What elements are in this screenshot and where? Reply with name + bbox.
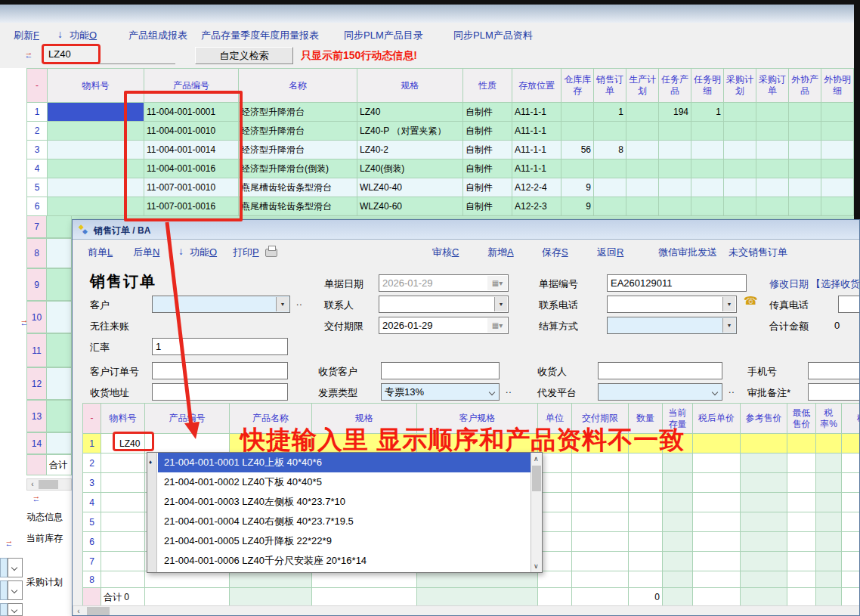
cell[interactable]: A12-2-3 <box>512 197 561 216</box>
table-row[interactable]: 1 11-004-001-0001经济型升降滑台 LZ40自制件 A11-1-1… <box>27 103 854 122</box>
cell[interactable]: A11-1-1 <box>512 103 561 122</box>
col-header[interactable]: 交付期限 <box>572 404 629 434</box>
contact-phone-combo[interactable]: ▼ <box>607 296 737 313</box>
edge-combo[interactable] <box>0 558 8 577</box>
cell[interactable]: A11-1-1 <box>512 159 561 178</box>
col-header[interactable]: 性质 <box>463 69 512 103</box>
browse-dots[interactable]: .. <box>729 385 735 395</box>
calendar-icon[interactable]: ▦▾ <box>487 318 507 333</box>
col-header[interactable]: 仓库库存 <box>561 69 594 103</box>
table-row[interactable]: 5 11-007-001-0010燕尾槽齿轮齿条型滑台 WLZ40-40自制件 … <box>27 178 854 197</box>
refresh-button[interactable]: 刷新F <box>14 29 39 42</box>
cell[interactable]: LZ40-P （对置夹紧） <box>357 122 463 141</box>
save-button[interactable]: 保存S <box>542 246 568 259</box>
printer-icon[interactable] <box>265 249 277 257</box>
scroll-down-icon[interactable]: ∨ <box>534 562 539 570</box>
dropdown-item[interactable]: 21-004-001-0004 LZ40右侧板 40*23.7*19.5 <box>158 512 531 531</box>
cell[interactable]: 11-007-001-0010 <box>144 178 239 197</box>
col-header[interactable]: 产品编号 <box>144 69 239 103</box>
swap-icon[interactable]: →← <box>30 494 42 502</box>
modify-date-link[interactable]: 修改日期 <box>769 277 809 291</box>
function-menu-button[interactable]: 功能O <box>70 29 97 42</box>
cell[interactable]: 11-004-001-0016 <box>144 159 239 178</box>
combo-arrow[interactable]: ▼ <box>494 297 507 311</box>
cell[interactable]: LZ40 <box>357 103 463 122</box>
pick-receiver-link[interactable]: 【选择收货客 <box>811 277 860 291</box>
col-header[interactable]: 税率% <box>816 404 842 434</box>
col-header[interactable]: 任务明细 <box>691 69 724 103</box>
prev-doc-button[interactable]: 前单L <box>88 246 113 259</box>
table-row[interactable]: 6 11-007-001-0016燕尾槽齿轮齿条型滑台 WLZ40-60自制件 … <box>27 197 854 216</box>
combo-arrow[interactable]: ▼ <box>276 297 289 311</box>
invoice-combo[interactable]: 专票13% <box>381 383 500 401</box>
cell[interactable]: A11-1-1 <box>512 122 561 141</box>
recv-addr-field[interactable] <box>152 383 288 401</box>
side-label-dynamic-info[interactable]: 动态信息 <box>26 511 63 524</box>
row-number[interactable]: 13 <box>26 400 47 432</box>
dialog-titlebar[interactable]: ◆ ◆ 销售订单 / BA <box>73 220 859 240</box>
wechat-approve-button[interactable]: 微信审批发送 <box>658 246 717 259</box>
cell[interactable]: 经济型升降滑台(倒装) <box>239 159 357 178</box>
main-h-scrollbar[interactable]: ‹ <box>26 478 72 491</box>
col-header[interactable]: 存放位置 <box>512 69 561 103</box>
swap-icon[interactable]: →← <box>18 317 30 326</box>
receiver-field[interactable] <box>598 362 722 379</box>
dialog-h-scrollbar[interactable]: ‹ <box>73 605 860 616</box>
row-number[interactable]: 14 <box>26 432 47 454</box>
dropdown-item[interactable]: 21-004-001-0003 LZ40左侧板 40*23.7*10 <box>158 492 531 512</box>
cell[interactable]: WLZ40-60 <box>357 197 463 216</box>
chevron-down-icon[interactable] <box>489 389 495 395</box>
cell[interactable]: 经济型升降滑台 <box>239 103 357 122</box>
col-header-rownum[interactable]: - <box>27 69 48 103</box>
table-row[interactable]: 3 11-004-001-0014经济型升降滑台 LZ40-2自制件 A11-1… <box>27 141 854 159</box>
cell[interactable]: 自制件 <box>463 197 512 216</box>
cell[interactable]: A12-2-4 <box>512 178 561 197</box>
function-menu-button[interactable]: 功能O <box>190 246 217 259</box>
report-link-usage[interactable]: 产品存量季度年度用量报表 <box>201 29 319 42</box>
print-button[interactable]: 打印P <box>233 246 259 259</box>
row-number[interactable]: 11 <box>26 333 47 367</box>
customer-combo[interactable]: ▼ <box>152 296 290 313</box>
scroll-left-button[interactable]: ‹ <box>73 606 84 616</box>
cell[interactable]: 11-004-001-0014 <box>144 141 239 159</box>
row-number[interactable]: 8 <box>26 238 47 268</box>
settle-combo[interactable]: ▼ <box>607 317 737 334</box>
col-header-rownum[interactable]: - <box>83 404 101 434</box>
col-header[interactable]: 销售订单 <box>594 69 626 103</box>
scroll-left-button[interactable]: ‹ <box>27 479 38 490</box>
audit-button[interactable]: 审核C <box>432 246 459 259</box>
cell[interactable]: 经济型升降滑台 <box>239 141 357 159</box>
cell[interactable]: WLZ40-40 <box>357 178 463 197</box>
edge-combo-button[interactable] <box>8 558 23 577</box>
cell[interactable]: 自制件 <box>463 141 512 159</box>
col-header[interactable]: 规格 <box>357 69 463 103</box>
col-header[interactable]: 最低售价 <box>787 404 816 434</box>
browse-dots[interactable]: .. <box>296 297 303 308</box>
cell[interactable]: 自制件 <box>463 159 512 178</box>
grid-entry-cell[interactable]: LZ40 <box>101 434 145 453</box>
col-header[interactable]: 采购订单 <box>756 69 789 103</box>
scrollbar-thumb[interactable] <box>532 466 541 491</box>
cell[interactable]: LZ40-2 <box>357 141 463 159</box>
col-header[interactable]: 生产计划 <box>626 69 659 103</box>
sync-plm-data-link[interactable]: 同步PLM产品资料 <box>453 29 533 42</box>
doc-no-field[interactable]: EA260129011 <box>607 274 747 292</box>
edge-combo[interactable] <box>0 580 8 600</box>
sync-plm-catalog-link[interactable]: 同步PLM产品目录 <box>344 29 423 42</box>
approve-note-field[interactable] <box>808 383 860 401</box>
cell[interactable]: 经济型升降滑台 <box>239 122 357 141</box>
recv-cust-field[interactable] <box>381 362 500 379</box>
add-button[interactable]: 新增A <box>487 246 514 259</box>
col-header[interactable]: 当前存量 <box>663 404 693 434</box>
col-header[interactable]: 名称 <box>239 69 357 103</box>
cell[interactable]: 11-004-001-0001 <box>144 103 239 122</box>
selected-cell[interactable] <box>48 103 144 122</box>
fax-field[interactable] <box>838 296 860 313</box>
combo-arrow[interactable]: ▼ <box>722 297 735 311</box>
rate-field[interactable]: 1 <box>152 338 288 355</box>
col-header[interactable]: 外协产品 <box>789 69 821 103</box>
edge-combo-button[interactable] <box>8 603 23 616</box>
side-label-purchase-plan[interactable]: 采购计划 <box>26 576 63 589</box>
browse-dots[interactable]: .. <box>506 385 512 395</box>
calendar-icon[interactable]: ▦▾ <box>487 276 507 290</box>
